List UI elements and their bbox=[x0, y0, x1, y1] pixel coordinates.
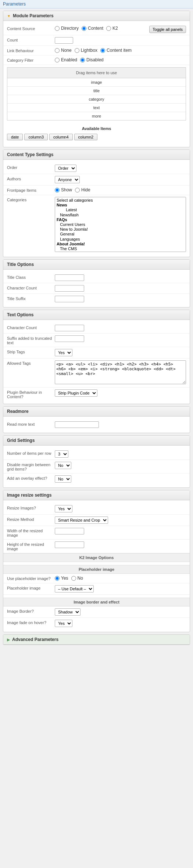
plugin-behaviour-control: Strip Plugin Code bbox=[55, 389, 186, 397]
drag-item-image[interactable]: image bbox=[7, 78, 186, 87]
advanced-parameters-header[interactable]: ▶ Advanced Parameters bbox=[3, 635, 190, 645]
listbox-item-the-cms[interactable]: The CMS bbox=[57, 246, 184, 251]
plugin-behaviour-select[interactable]: Strip Plugin Code bbox=[55, 389, 97, 397]
category-disabled-radio[interactable] bbox=[80, 58, 85, 62]
frontpage-hide-radio[interactable] bbox=[75, 188, 80, 192]
title-suffix-input[interactable] bbox=[55, 296, 84, 302]
title-class-row: Title Class h2 bbox=[3, 273, 190, 283]
order-row: Order Order bbox=[3, 163, 190, 174]
authors-select[interactable]: Anyone bbox=[55, 176, 80, 183]
use-placeholder-yes[interactable]: Yes bbox=[55, 576, 68, 581]
disable-margin-select[interactable]: No bbox=[55, 462, 71, 469]
image-border-effect-header: Image border and effect bbox=[3, 598, 190, 606]
content-source-k2[interactable]: K2 bbox=[106, 26, 118, 31]
title-char-count-input[interactable]: 100 bbox=[55, 285, 84, 292]
advanced-parameters-title: Advanced Parameters bbox=[12, 637, 58, 642]
category-enabled-radio[interactable] bbox=[55, 58, 60, 62]
plugin-behaviour-label: Plugin Behaviour in Content? bbox=[7, 389, 55, 399]
breadcrumb-link[interactable]: Parameters bbox=[3, 1, 26, 7]
content-source-content-radio[interactable] bbox=[82, 26, 86, 31]
width-input[interactable]: 285 bbox=[55, 528, 84, 534]
overlay-effect-select[interactable]: No bbox=[55, 475, 71, 483]
order-label: Order bbox=[7, 165, 55, 170]
link-lightbox-radio[interactable] bbox=[75, 48, 79, 53]
strip-tags-control: Yes bbox=[55, 349, 186, 356]
drag-item-category[interactable]: category bbox=[7, 95, 186, 104]
drag-item-more[interactable]: more bbox=[7, 112, 186, 120]
frontpage-hide[interactable]: Hide bbox=[75, 187, 90, 192]
text-options-header[interactable]: Text Options bbox=[3, 310, 190, 320]
drag-item-text[interactable]: text bbox=[7, 104, 186, 112]
frontpage-show-radio[interactable] bbox=[55, 188, 60, 192]
avail-date-button[interactable]: date bbox=[7, 134, 23, 140]
text-options-body: Character Count 160 Suffix added to trun… bbox=[3, 320, 190, 404]
resize-images-select[interactable]: Yes bbox=[55, 505, 72, 512]
image-border-select[interactable]: Shadow bbox=[55, 608, 81, 616]
listbox-item-news[interactable]: News bbox=[57, 203, 184, 208]
text-char-count-input[interactable]: 160 bbox=[55, 325, 84, 331]
use-placeholder-no[interactable]: No bbox=[71, 576, 83, 581]
categories-listbox[interactable]: Select all categories News Latest Newsfl… bbox=[55, 197, 186, 252]
listbox-item-languages[interactable]: Languages bbox=[57, 237, 184, 242]
placeholder-image-row: Placeholder image – Use Default – bbox=[3, 583, 190, 595]
suffix-truncated-input[interactable]: ... bbox=[55, 335, 84, 342]
link-none-radio[interactable] bbox=[55, 48, 60, 53]
grid-settings-header[interactable]: Grid Settings bbox=[3, 436, 190, 446]
link-lightbox[interactable]: Lightbox bbox=[75, 48, 97, 53]
listbox-item-select-all[interactable]: Select all categories bbox=[57, 198, 184, 203]
avail-column4-button[interactable]: column4 bbox=[49, 134, 73, 140]
listbox-item-faqs[interactable]: FAQs bbox=[57, 217, 184, 222]
image-fade-select[interactable]: Yes bbox=[55, 620, 72, 627]
avail-column2-button[interactable]: column2 bbox=[74, 134, 98, 140]
listbox-item-about-joomla[interactable]: About Joomla! bbox=[57, 242, 184, 246]
title-options-header[interactable]: Title Options bbox=[3, 260, 190, 270]
listbox-item-latest[interactable]: Latest bbox=[57, 208, 184, 212]
title-char-count-row: Character Count 100 bbox=[3, 283, 190, 294]
listbox-item-current-users[interactable]: Current Users bbox=[57, 222, 184, 227]
listbox-item-general[interactable]: General bbox=[57, 232, 184, 237]
use-placeholder-no-radio[interactable] bbox=[71, 576, 76, 581]
use-placeholder-label: Use placeholder image? bbox=[7, 576, 55, 581]
strip-tags-select[interactable]: Yes bbox=[55, 349, 72, 356]
title-class-input[interactable]: h2 bbox=[55, 274, 84, 281]
content-source-content[interactable]: Content bbox=[82, 26, 103, 31]
module-parameters-header[interactable]: ▼ Module Parameters bbox=[3, 11, 190, 21]
listbox-item-the-project[interactable]: The Project bbox=[57, 251, 184, 252]
placeholder-image-select[interactable]: – Use Default – bbox=[55, 585, 94, 593]
readmore-header[interactable]: Readmore bbox=[3, 407, 190, 417]
use-placeholder-yes-radio[interactable] bbox=[55, 576, 60, 581]
avail-column3-button[interactable]: column3 bbox=[24, 134, 48, 140]
link-content-item[interactable]: Content item bbox=[100, 48, 132, 53]
module-parameters-body: Content Source Directory Content K2 Togg… bbox=[3, 21, 190, 147]
listbox-item-newsflash[interactable]: Newsflash bbox=[57, 213, 184, 217]
read-more-text-control: More ... bbox=[55, 421, 186, 428]
order-select[interactable]: Order bbox=[55, 165, 76, 172]
placeholder-image-control: – Use Default – bbox=[55, 585, 186, 593]
link-content-item-radio[interactable] bbox=[100, 48, 105, 53]
content-source-directory-radio[interactable] bbox=[55, 26, 60, 31]
width-label: Width of the resized image bbox=[7, 528, 55, 537]
content-type-title: Content Type Settings bbox=[7, 152, 53, 157]
allowed-tags-textarea[interactable]: <p> <a> <ul> <li> <div> <h1> <h2> <h3> <… bbox=[55, 360, 186, 384]
content-type-header[interactable]: Content Type Settings bbox=[3, 150, 190, 160]
link-none[interactable]: None bbox=[55, 48, 72, 53]
image-fade-row: Image fade on hover? Yes bbox=[3, 618, 190, 629]
read-more-text-input[interactable]: More ... bbox=[55, 421, 99, 428]
module-arrow-icon: ▼ bbox=[7, 14, 11, 18]
frontpage-show[interactable]: Show bbox=[55, 187, 72, 192]
toggle-all-panels-button[interactable]: Toggle all panels bbox=[149, 26, 186, 33]
image-resize-header[interactable]: Image resize settings bbox=[3, 490, 190, 500]
count-input[interactable]: 6 bbox=[55, 37, 73, 44]
category-disabled[interactable]: Disabled bbox=[80, 57, 104, 62]
drag-item-title[interactable]: title bbox=[7, 87, 186, 95]
content-source-k2-radio[interactable] bbox=[106, 26, 111, 31]
height-input[interactable]: 220 bbox=[55, 541, 84, 548]
content-source-directory[interactable]: Directory bbox=[55, 26, 79, 31]
title-char-count-label: Character Count bbox=[7, 285, 55, 290]
resize-method-select[interactable]: Smart Resize and Crop bbox=[55, 516, 108, 524]
grid-settings-body: Number of items per row 3 Disable margin… bbox=[3, 446, 190, 487]
listbox-item-new-to-joomla[interactable]: New to Joomla! bbox=[57, 227, 184, 232]
items-per-row-select[interactable]: 3 bbox=[55, 450, 68, 458]
title-suffix-row: Title Suffix bbox=[3, 294, 190, 304]
category-enabled[interactable]: Enabled bbox=[55, 57, 77, 62]
